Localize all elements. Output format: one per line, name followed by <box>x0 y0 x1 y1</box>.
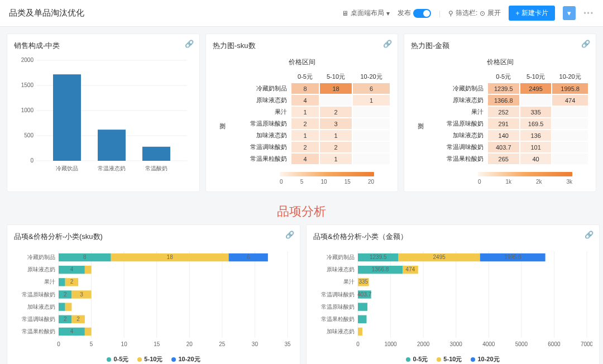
chart-legend: 0-5元 5-10元 10-20元 <box>313 355 592 363</box>
svg-rect-54 <box>65 303 72 310</box>
publish-toggle[interactable]: 发布 <box>398 8 431 18</box>
card-title: 销售构成-中类 <box>14 41 193 51</box>
header-toolbar: 🖥 桌面端布局 ▾ 发布 | ⚲ 筛选栏: ⊙ 展开 + 新建卡片 ▾ ••• <box>342 6 594 21</box>
bar-chart: 0500100015002000冷藏饮品常温液态奶常温酸奶 <box>14 58 193 175</box>
svg-text:2: 2 <box>64 316 67 322</box>
svg-text:加味液态奶: 加味液态奶 <box>27 304 55 310</box>
svg-text:0: 0 <box>57 341 60 347</box>
svg-text:常温原味酸奶: 常温原味酸奶 <box>321 304 355 310</box>
heatmap-col-header: 价格区间 <box>411 58 589 67</box>
stacked-bar-chart: 01000200030004000500060007000冷藏奶制品1239.5… <box>313 248 592 349</box>
svg-text:6: 6 <box>247 254 250 260</box>
svg-text:1366.8: 1366.8 <box>372 266 389 272</box>
svg-text:0: 0 <box>30 157 34 164</box>
toggle-on-icon[interactable] <box>413 9 431 18</box>
svg-text:1000: 1000 <box>384 341 397 347</box>
layout-selector[interactable]: 🖥 桌面端布局 ▾ <box>342 8 390 18</box>
svg-text:常温调味酸奶: 常温调味酸奶 <box>22 316 55 322</box>
stacked-bar-chart: 05101520253035冷藏奶制品8186原味液态奶4果汁2常温原味酸奶23… <box>14 248 293 349</box>
card-title: 品项&价格分析-小类（金额） <box>313 232 592 242</box>
svg-text:3000: 3000 <box>450 341 463 347</box>
svg-text:35: 35 <box>284 341 291 347</box>
svg-text:25: 25 <box>219 341 226 347</box>
svg-text:果汁: 果汁 <box>44 279 55 285</box>
svg-text:18: 18 <box>167 254 174 260</box>
app-header: 品类及单品淘汰优化 🖥 桌面端布局 ▾ 发布 | ⚲ 筛选栏: ⊙ 展开 + 新… <box>0 0 603 27</box>
svg-text:30: 30 <box>252 341 259 347</box>
svg-text:1000: 1000 <box>21 107 34 113</box>
svg-text:原味液态奶: 原味液态奶 <box>27 266 55 272</box>
svg-text:2000: 2000 <box>21 58 34 63</box>
svg-rect-14 <box>142 147 170 161</box>
svg-text:2: 2 <box>76 316 80 322</box>
card-title: 热力图-sku数 <box>213 41 391 51</box>
desktop-icon: 🖥 <box>342 9 348 17</box>
expand-icon: ⊙ <box>480 9 485 17</box>
color-scale <box>280 172 374 176</box>
link-icon[interactable]: 🔗 <box>185 40 194 48</box>
card-bar-mid-category: 🔗 销售构成-中类 0500100015002000冷藏饮品常温液态奶常温酸奶 <box>7 33 200 192</box>
svg-text:2495: 2495 <box>433 254 446 260</box>
svg-text:5000: 5000 <box>515 341 528 347</box>
svg-text:常温液态奶: 常温液态奶 <box>98 165 126 171</box>
svg-text:2000: 2000 <box>417 341 430 347</box>
svg-text:加味液态奶: 加味液态奶 <box>327 328 355 334</box>
link-icon[interactable]: 🔗 <box>285 231 294 239</box>
svg-text:1239.5: 1239.5 <box>370 254 387 260</box>
svg-text:常温酸奶: 常温酸奶 <box>145 165 168 171</box>
svg-text:0: 0 <box>356 341 360 347</box>
card-grid-row1: 🔗 销售构成-中类 0500100015002000冷藏饮品常温液态奶常温酸奶 … <box>0 27 603 199</box>
svg-text:5: 5 <box>90 341 93 347</box>
svg-text:4: 4 <box>70 328 74 334</box>
svg-rect-42 <box>85 266 92 274</box>
svg-rect-103 <box>358 328 362 336</box>
filter-icon: ⚲ <box>448 9 453 17</box>
svg-text:2: 2 <box>64 291 67 298</box>
svg-text:2: 2 <box>70 279 74 285</box>
svg-text:常温原味酸奶: 常温原味酸奶 <box>22 291 55 298</box>
svg-text:1500: 1500 <box>21 82 34 88</box>
new-card-dropdown[interactable]: ▾ <box>563 6 576 20</box>
page-title: 品类及单品淘汰优化 <box>9 8 84 18</box>
more-menu[interactable]: ••• <box>583 9 594 17</box>
svg-rect-10 <box>53 74 81 161</box>
svg-text:常温果粒酸奶: 常温果粒酸奶 <box>22 328 55 334</box>
svg-text:常温调味酸奶: 常温调味酸奶 <box>321 291 355 298</box>
color-scale-ticks: 05101520 <box>280 179 374 185</box>
svg-text:6000: 6000 <box>548 341 561 347</box>
card-stacked-amount: 🔗 品项&价格分析-小类（金额） 01000200030004000500060… <box>306 224 600 364</box>
svg-text:果汁: 果汁 <box>343 279 355 285</box>
svg-text:403.7: 403.7 <box>357 291 371 298</box>
heatmap-table: 0-5元5-10元10-20元冷藏奶制品1239.524951995.8原味液态… <box>428 70 589 165</box>
card-heatmap-sku: 🔗 热力图-sku数 价格区间 类别 0-5元5-10元10-20元冷藏奶制品8… <box>205 33 398 192</box>
svg-text:10: 10 <box>121 341 128 347</box>
color-scale-ticks: 01k2k3k <box>478 179 572 185</box>
link-icon[interactable]: 🔗 <box>383 40 392 48</box>
filter-panel-toggle[interactable]: ⚲ 筛选栏: ⊙ 展开 <box>448 8 501 18</box>
svg-text:冷藏奶制品: 冷藏奶制品 <box>327 254 355 260</box>
section-title: 品项分析 <box>0 199 603 224</box>
svg-text:冷藏饮品: 冷藏饮品 <box>56 165 78 171</box>
svg-text:474: 474 <box>406 266 415 272</box>
svg-text:335: 335 <box>358 279 368 285</box>
svg-rect-44 <box>59 278 65 286</box>
svg-text:8: 8 <box>83 254 87 260</box>
svg-text:3: 3 <box>80 291 83 298</box>
link-icon[interactable]: 🔗 <box>585 231 594 239</box>
svg-text:500: 500 <box>24 132 34 138</box>
card-title: 品项&价格分析-小类(sku数) <box>14 232 293 242</box>
svg-text:20: 20 <box>186 341 193 347</box>
svg-text:原味液态奶: 原味液态奶 <box>327 266 355 272</box>
svg-text:常温果粒酸奶: 常温果粒酸奶 <box>321 316 355 322</box>
svg-text:4: 4 <box>70 266 74 272</box>
chart-legend: 0-5元 5-10元 10-20元 <box>14 355 293 363</box>
svg-text:冷藏奶制品: 冷藏奶制品 <box>27 254 55 260</box>
svg-text:15: 15 <box>154 341 160 347</box>
divider: | <box>439 9 441 17</box>
plus-icon: + <box>515 9 519 17</box>
heatmap-table: 0-5元5-10元10-20元冷藏奶制品8186原味液态奶41果汁12常温原味酸… <box>230 70 391 165</box>
new-card-button[interactable]: + 新建卡片 <box>509 6 555 21</box>
svg-text:4000: 4000 <box>482 341 495 347</box>
svg-rect-53 <box>59 303 65 310</box>
link-icon[interactable]: 🔗 <box>581 40 590 48</box>
